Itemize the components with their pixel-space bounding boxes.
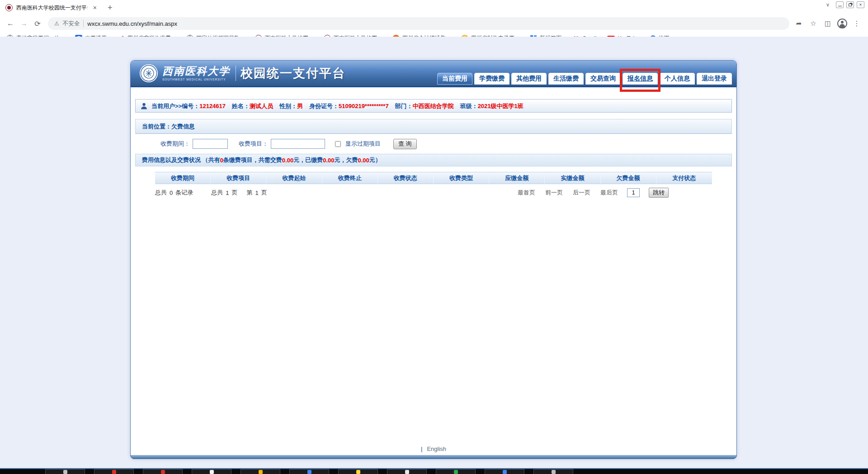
url-text[interactable]: wxcx.swmu.edu.cn/xysf/main.aspx — [87, 20, 177, 27]
main-navigation: 当前费用学费缴费其他费用生活缴费交易查询报名信息个人信息退出登录 — [437, 73, 732, 85]
nav-button-其他费用[interactable]: 其他费用 — [511, 73, 547, 85]
url-omnibox[interactable]: ⚠ 不安全 wxcx.swmu.edu.cn/xysf/main.aspx — [48, 17, 789, 30]
pager-link-前一页[interactable]: 前一页 — [545, 189, 563, 197]
taskbar-app-thumbnail[interactable] — [192, 469, 231, 474]
back-icon[interactable]: ← — [5, 18, 16, 29]
query-button[interactable]: 查 询 — [393, 139, 417, 149]
nav-button-label: 其他费用 — [516, 75, 542, 83]
site-header: 西南医科大学 SOUTHWEST MEDICAL UNIVERSITY 校园统一… — [131, 61, 736, 87]
user-info-segment: 班级：2021级中医学1班 — [460, 102, 524, 109]
minimize-button[interactable] — [836, 1, 844, 8]
taskbar-app-thumbnail[interactable] — [94, 469, 134, 474]
reload-icon[interactable]: ⟳ — [32, 18, 43, 29]
current-user-bar: 当前用户>>编号：12124617姓名：测试人员性别：男身份证号：5109021… — [135, 99, 732, 113]
close-button[interactable]: × — [857, 1, 864, 8]
taskbar-app-thumbnail[interactable] — [241, 469, 280, 474]
fee-summary-text: 元） — [369, 156, 381, 164]
profile-avatar-icon[interactable] — [837, 19, 847, 28]
taskbar-app-icon — [552, 470, 556, 474]
chevron-down-icon[interactable]: ∨ — [826, 2, 830, 8]
university-seal-icon — [139, 63, 159, 83]
jump-button[interactable]: 跳转 — [649, 188, 669, 198]
address-bar: ← → ⟳ ⚠ 不安全 wxcx.swmu.edu.cn/xysf/main.a… — [0, 15, 868, 32]
column-header-收费起始: 收费起始 — [266, 172, 322, 184]
user-info-label: 当前用户>>编号： — [151, 103, 199, 109]
university-name-cn: 西南医科大学 — [162, 66, 230, 76]
user-info-label: 姓名： — [232, 103, 250, 109]
nav-button-报名信息[interactable]: 报名信息 — [623, 73, 658, 85]
user-info-segment: 身份证号：51090219*********7 — [309, 102, 389, 109]
taskbar-app-thumbnail[interactable] — [436, 469, 476, 474]
menu-dots-icon[interactable]: ⋮ — [852, 19, 862, 28]
nav-button-当前费用[interactable]: 当前费用 — [437, 73, 472, 85]
taskbar-app-thumbnail[interactable] — [143, 469, 183, 474]
user-info-segment: 当前用户>>编号：12124617 — [151, 102, 226, 109]
taskbar-app-icon — [63, 470, 67, 474]
side-panel-icon[interactable]: ◫ — [823, 19, 833, 28]
nav-button-退出登录[interactable]: 退出登录 — [697, 73, 732, 85]
not-secure-label[interactable]: 不安全 — [63, 20, 80, 28]
bookmark-star-icon[interactable]: ☆ — [808, 19, 818, 28]
user-info-label: 部门： — [395, 103, 413, 109]
pages-count: 1 — [226, 190, 229, 196]
taskbar-app-thumbnail[interactable] — [45, 469, 85, 474]
nav-button-label: 生活缴费 — [553, 75, 579, 83]
browser-tab[interactable]: 西南医科大学校园统一支付平台 × — [0, 0, 103, 15]
nav-button-学费缴费[interactable]: 学费缴费 — [474, 73, 509, 85]
new-tab-button[interactable]: + — [103, 2, 117, 14]
column-header-收费期间: 收费期间 — [155, 172, 211, 184]
user-info-label: 性别： — [279, 103, 297, 109]
taskbar-app-icon — [210, 470, 214, 474]
pager-link-最首页[interactable]: 最首页 — [518, 189, 535, 197]
fee-summary-number: 0.00 — [282, 157, 293, 164]
fee-item-input[interactable] — [271, 139, 325, 149]
address-bar-actions: ➦ ☆ ◫ ⋮ — [794, 19, 863, 28]
current-page-value: 1 — [255, 190, 258, 196]
fee-period-input[interactable] — [193, 139, 228, 149]
portal-container: 西南医科大学 SOUTHWEST MEDICAL UNIVERSITY 校园统一… — [130, 60, 737, 459]
taskbar-app-thumbnail[interactable] — [533, 469, 573, 474]
taskbar-app-icon — [161, 470, 165, 474]
user-info-value: 中西医结合学院 — [413, 103, 454, 109]
fees-table: 收费期间收费项目收费起始收费终止收费状态收费类型应缴金额实缴金额欠费金额支付状态 — [155, 172, 712, 184]
taskbar-app-thumbnail[interactable] — [485, 469, 524, 474]
footer-divider: | — [421, 446, 422, 452]
windows-taskbar[interactable] — [0, 468, 868, 474]
taskbar-app-thumbnail[interactable] — [338, 469, 378, 474]
tab-close-icon[interactable]: × — [91, 4, 99, 11]
pager-link-最后页[interactable]: 最后页 — [600, 189, 618, 197]
fee-period-label: 收费期间： — [160, 140, 190, 148]
fee-summary-text: 元，欠费 — [334, 156, 358, 164]
header-divider — [236, 66, 236, 81]
user-info-label: 班级： — [460, 103, 478, 109]
pager-controls: 最首页前一页后一页最后页 跳转 — [518, 188, 669, 198]
taskbar-app-thumbnail[interactable] — [387, 469, 427, 474]
nav-button-交易查询[interactable]: 交易查询 — [585, 73, 621, 85]
nav-button-label: 报名信息 — [627, 75, 653, 83]
container-bottom-edge — [130, 455, 737, 459]
nav-button-label: 当前费用 — [442, 75, 467, 83]
restore-button[interactable] — [846, 1, 854, 8]
forward-icon[interactable]: → — [18, 18, 30, 29]
records-unit: 条记录 — [175, 189, 193, 197]
records-label: 总共 — [155, 189, 167, 197]
user-info-value: 测试人员 — [250, 103, 273, 109]
taskbar-app-thumbnail[interactable] — [289, 469, 329, 474]
nav-button-个人信息[interactable]: 个人信息 — [660, 73, 695, 85]
nav-button-label: 退出登录 — [702, 75, 727, 83]
fees-table-header: 收费期间收费项目收费起始收费终止收费状态收费类型应缴金额实缴金额欠费金额支付状态 — [155, 172, 712, 184]
fee-summary-text: 条缴费项目，共需交费 — [223, 156, 282, 164]
nav-button-生活缴费[interactable]: 生活缴费 — [548, 73, 584, 85]
column-header-收费项目: 收费项目 — [211, 172, 266, 184]
fee-summary-number: 0 — [220, 157, 223, 164]
pager-link-后一页[interactable]: 后一页 — [573, 189, 590, 197]
column-header-实缴金额: 实缴金额 — [545, 172, 600, 184]
show-expired-checkbox[interactable] — [335, 141, 341, 147]
pagination-bar: 总共 0 条记录 总共 1 页 第 1 页 最首页前一页后一页最后页 跳转 — [155, 188, 712, 198]
english-link[interactable]: English — [427, 446, 446, 452]
omnibox-divider — [83, 20, 84, 27]
page-number-input[interactable] — [627, 188, 640, 197]
share-icon[interactable]: ➦ — [794, 19, 804, 28]
pager-links: 最首页前一页后一页最后页 — [518, 189, 618, 197]
not-secure-warning-icon: ⚠ — [54, 20, 59, 27]
